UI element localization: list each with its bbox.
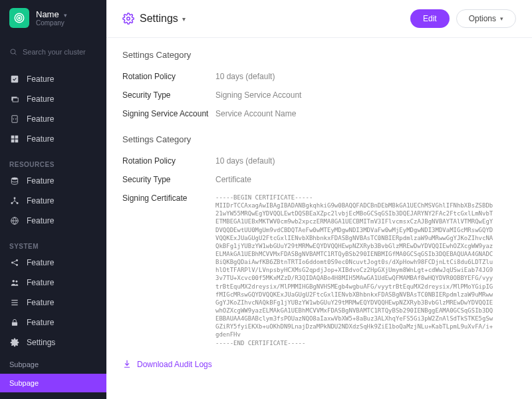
row-value: Certificate bbox=[215, 175, 516, 184]
sidebar-item-label: Feature bbox=[27, 74, 54, 84]
sidebar-item[interactable]: Feature bbox=[0, 89, 106, 109]
search-icon bbox=[9, 48, 17, 56]
database-icon bbox=[9, 176, 20, 186]
grid-icon bbox=[9, 134, 20, 144]
svg-point-19 bbox=[11, 262, 13, 264]
settings-row: Rotation Policy 10 days (default) bbox=[122, 156, 516, 166]
svg-point-2 bbox=[19, 17, 20, 19]
main: Settings ▾ Edit Options ▾ Settings Categ… bbox=[106, 0, 532, 399]
settings-category-title: Settings Category bbox=[122, 50, 516, 60]
sidebar-item-label: Feature bbox=[27, 318, 54, 327]
brand-switcher[interactable]: Name ▾ Company bbox=[0, 0, 106, 37]
topbar: Settings ▾ Edit Options ▾ bbox=[106, 0, 532, 38]
nav-top: Feature Feature Feature Feature bbox=[0, 69, 106, 149]
options-button[interactable]: Options ▾ bbox=[456, 9, 516, 28]
certificate-value: -----BEGIN CERTIFICATE----- MIIDrTCCAxag… bbox=[215, 194, 495, 347]
nav-heading-resources: RESOURCES bbox=[0, 156, 106, 171]
check-icon bbox=[9, 74, 20, 84]
sidebar-item-label: Settings bbox=[27, 338, 55, 347]
download-icon bbox=[122, 359, 132, 370]
subpage-item[interactable]: Subpage bbox=[0, 355, 106, 374]
row-value: 10 days (default) bbox=[215, 72, 516, 81]
svg-rect-12 bbox=[11, 140, 15, 143]
row-value: Service Account Name bbox=[215, 109, 516, 118]
svg-point-1 bbox=[17, 15, 22, 21]
row-label: Rotation Policy bbox=[122, 156, 215, 166]
sidebar-item[interactable]: Feature bbox=[0, 273, 106, 293]
search-placeholder: Search your cluster bbox=[23, 48, 86, 56]
users-icon bbox=[9, 277, 20, 288]
sidebar-item-label: Feature bbox=[27, 196, 54, 205]
settings-row: Rotation Policy 10 days (default) bbox=[122, 72, 516, 81]
sidebar-item[interactable]: Feature bbox=[0, 211, 106, 231]
sidebar-item[interactable]: Feature bbox=[0, 313, 106, 332]
network-icon bbox=[9, 196, 20, 206]
row-label: Rotation Policy bbox=[122, 72, 215, 81]
svg-point-28 bbox=[127, 17, 130, 21]
sidebar-item[interactable]: Feature bbox=[0, 253, 106, 273]
settings-category-title: Settings Category bbox=[122, 134, 516, 144]
subpage-item[interactable]: Subpage bbox=[0, 392, 106, 399]
sidebar-item-label: Feature bbox=[27, 278, 54, 287]
sidebar-item[interactable]: Feature bbox=[0, 171, 106, 191]
nav-heading-system: SYSTEM bbox=[0, 237, 106, 253]
page-title: Settings bbox=[140, 13, 178, 25]
edit-button[interactable]: Edit bbox=[410, 9, 450, 28]
options-label: Options bbox=[469, 14, 496, 23]
svg-point-15 bbox=[14, 197, 16, 199]
sidebar-item[interactable]: Feature bbox=[0, 69, 106, 89]
page-title-dropdown[interactable]: Settings ▾ bbox=[122, 13, 186, 25]
code-file-icon bbox=[9, 114, 20, 124]
svg-rect-11 bbox=[15, 136, 19, 139]
svg-point-0 bbox=[15, 13, 24, 23]
settings-row: Signing Service Account Service Account … bbox=[122, 109, 516, 118]
row-label: Signing Certificate bbox=[122, 194, 215, 203]
sidebar-item-label: Feature bbox=[27, 298, 54, 307]
globe-icon bbox=[9, 215, 20, 226]
chevron-down-icon: ▾ bbox=[182, 15, 186, 23]
sidebar-item-label: Feature bbox=[27, 94, 54, 104]
svg-rect-5 bbox=[11, 76, 19, 83]
lock-icon bbox=[9, 317, 20, 328]
svg-point-20 bbox=[16, 259, 18, 261]
download-label: Download Audit Logs bbox=[137, 360, 212, 369]
row-value: Signing Service Account bbox=[215, 90, 516, 100]
nav-resources: RESOURCES Feature Feature Feature bbox=[0, 156, 106, 231]
download-audit-logs-link[interactable]: Download Audit Logs bbox=[122, 359, 516, 370]
sidebar: Name ▾ Company Search your cluster Featu… bbox=[0, 0, 106, 399]
settings-row: Security Type Signing Service Account bbox=[122, 90, 516, 100]
list-icon bbox=[9, 297, 20, 308]
brand-company: Company bbox=[36, 19, 67, 27]
sidebar-item-label: Feature bbox=[27, 114, 54, 124]
sidebar-item-label: Feature bbox=[27, 216, 54, 225]
svg-point-22 bbox=[13, 280, 15, 283]
row-label: Security Type bbox=[122, 175, 215, 184]
brand-name: Name bbox=[36, 9, 59, 19]
brand-logo bbox=[9, 8, 29, 28]
content: Settings Category Rotation Policy 10 day… bbox=[106, 38, 532, 399]
sidebar-item[interactable]: Feature bbox=[0, 293, 106, 313]
sidebar-item[interactable]: Feature bbox=[0, 109, 106, 129]
share-icon bbox=[9, 257, 20, 268]
settings-row: Signing Certificate -----BEGIN CERTIFICA… bbox=[122, 194, 516, 347]
sidebar-item-label: Feature bbox=[27, 176, 54, 186]
svg-rect-13 bbox=[15, 140, 19, 143]
gear-icon bbox=[122, 13, 134, 25]
sidebar-item[interactable]: Feature bbox=[0, 129, 106, 149]
sidebar-item-label: Feature bbox=[27, 258, 54, 267]
svg-line-4 bbox=[15, 53, 17, 55]
layers-icon bbox=[9, 94, 20, 104]
svg-rect-10 bbox=[11, 136, 15, 139]
sidebar-item-label: Feature bbox=[27, 134, 54, 144]
row-value: 10 days (default) bbox=[215, 156, 516, 166]
svg-rect-27 bbox=[12, 322, 17, 325]
sidebar-item-settings[interactable]: Settings bbox=[0, 332, 106, 352]
gear-icon bbox=[9, 337, 20, 348]
subpage-item[interactable]: Subpage bbox=[0, 374, 106, 392]
search-input[interactable]: Search your cluster bbox=[0, 41, 106, 63]
svg-point-23 bbox=[15, 281, 17, 283]
sidebar-item[interactable]: Feature bbox=[0, 191, 106, 211]
settings-row: Security Type Certificate bbox=[122, 175, 516, 184]
svg-point-21 bbox=[16, 264, 18, 266]
row-label: Security Type bbox=[122, 90, 215, 100]
